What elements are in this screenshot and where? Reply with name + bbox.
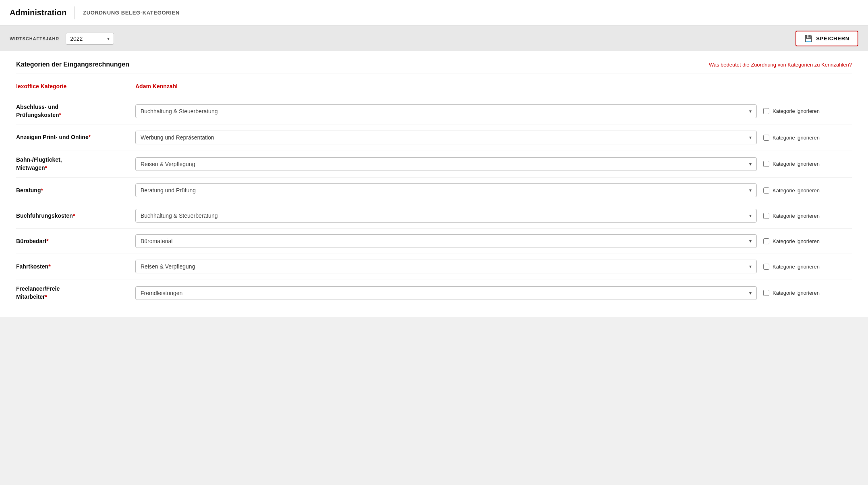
category-dropdown[interactable]: Buchhaltung & SteuerberatungWerbung und …	[141, 108, 746, 114]
category-dropdown-wrapper[interactable]: Buchhaltung & SteuerberatungWerbung und …	[135, 209, 757, 223]
column-headers: lexoffice Kategorie Adam Kennzahl	[16, 83, 852, 94]
year-select-wrapper[interactable]: 2022 2021 2020 2023 ▾	[66, 33, 114, 45]
category-name: Freelancer/FreieMitarbeiter*	[16, 285, 129, 301]
ignore-checkbox-wrapper: Kategorie ignorieren	[763, 161, 852, 167]
ignore-checkbox-wrapper: Kategorie ignorieren	[763, 238, 852, 244]
ignore-label: Kategorie ignorieren	[773, 238, 820, 244]
category-dropdown[interactable]: Buchhaltung & SteuerberatungWerbung und …	[141, 161, 746, 167]
save-button[interactable]: 💾 SPEICHERN	[795, 31, 858, 46]
chevron-down-icon: ▾	[749, 108, 752, 114]
col-header-empty	[763, 83, 852, 90]
ignore-label: Kategorie ignorieren	[773, 187, 820, 194]
category-name: Bahn-/Flugticket,Mietwagen*	[16, 156, 129, 172]
year-label: WIRTSCHAFTSJAHR	[10, 36, 59, 41]
ignore-label: Kategorie ignorieren	[773, 135, 820, 141]
ignore-label: Kategorie ignorieren	[773, 108, 820, 114]
chevron-down-icon: ▾	[749, 213, 752, 219]
table-row: Fahrtkosten*Buchhaltung & Steuerberatung…	[16, 254, 852, 279]
required-star: *	[59, 112, 61, 118]
table-row: Anzeigen Print- und Online*Buchhaltung &…	[16, 125, 852, 150]
section-help-link[interactable]: Was bedeutet die Zuordnung von Kategorie…	[709, 62, 852, 68]
category-dropdown[interactable]: Buchhaltung & SteuerberatungWerbung und …	[141, 212, 746, 219]
ignore-checkbox[interactable]	[763, 264, 769, 270]
ignore-checkbox-wrapper: Kategorie ignorieren	[763, 135, 852, 141]
year-select[interactable]: 2022 2021 2020 2023	[70, 35, 104, 42]
category-name: Fahrtkosten*	[16, 263, 129, 271]
ignore-checkbox[interactable]	[763, 187, 769, 194]
category-dropdown-wrapper[interactable]: Buchhaltung & SteuerberatungWerbung und …	[135, 234, 757, 248]
col-header-adam: Adam Kennzahl	[135, 83, 757, 90]
required-star: *	[73, 212, 75, 219]
ignore-checkbox[interactable]	[763, 238, 769, 244]
table-row: Beratung*Buchhaltung & SteuerberatungWer…	[16, 178, 852, 203]
required-star: *	[41, 187, 43, 194]
table-row: Abschluss- undPrüfungskosten*Buchhaltung…	[16, 98, 852, 125]
table-row: Buchführungskosten*Buchhaltung & Steuerb…	[16, 203, 852, 229]
category-name: Anzeigen Print- und Online*	[16, 133, 129, 142]
ignore-checkbox-wrapper: Kategorie ignorieren	[763, 108, 852, 114]
section-header: Kategorien der Eingangsrechnungen Was be…	[16, 61, 852, 73]
category-dropdown-wrapper[interactable]: Buchhaltung & SteuerberatungWerbung und …	[135, 260, 757, 273]
category-dropdown-wrapper[interactable]: Buchhaltung & SteuerberatungWerbung und …	[135, 131, 757, 144]
category-dropdown-wrapper[interactable]: Buchhaltung & SteuerberatungWerbung und …	[135, 157, 757, 171]
ignore-checkbox[interactable]	[763, 108, 769, 114]
category-dropdown[interactable]: Buchhaltung & SteuerberatungWerbung und …	[141, 290, 746, 296]
category-name: Abschluss- undPrüfungskosten*	[16, 103, 129, 119]
ignore-label: Kategorie ignorieren	[773, 264, 820, 270]
category-dropdown-wrapper[interactable]: Buchhaltung & SteuerberatungWerbung und …	[135, 104, 757, 118]
ignore-checkbox[interactable]	[763, 135, 769, 141]
category-dropdown[interactable]: Buchhaltung & SteuerberatungWerbung und …	[141, 263, 746, 270]
chevron-down-icon: ▾	[749, 135, 752, 140]
required-star: *	[46, 238, 48, 244]
page-subtitle: ZUORDNUNG BELEG-KATEGORIEN	[83, 10, 180, 16]
table-row: Freelancer/FreieMitarbeiter*Buchhaltung …	[16, 279, 852, 307]
header: Administration ZUORDNUNG BELEG-KATEGORIE…	[0, 0, 868, 26]
save-icon: 💾	[804, 35, 813, 42]
header-divider	[75, 6, 75, 19]
category-name: Beratung*	[16, 187, 129, 195]
chevron-down-icon: ▾	[749, 187, 752, 193]
ignore-label: Kategorie ignorieren	[773, 290, 820, 296]
categories-container: Abschluss- undPrüfungskosten*Buchhaltung…	[16, 98, 852, 307]
toolbar: WIRTSCHAFTSJAHR 2022 2021 2020 2023 ▾ 💾 …	[0, 26, 868, 51]
ignore-checkbox[interactable]	[763, 290, 769, 296]
category-dropdown-wrapper[interactable]: Buchhaltung & SteuerberatungWerbung und …	[135, 183, 757, 197]
required-star: *	[45, 293, 47, 300]
ignore-checkbox-wrapper: Kategorie ignorieren	[763, 290, 852, 296]
ignore-checkbox[interactable]	[763, 161, 769, 167]
ignore-checkbox-wrapper: Kategorie ignorieren	[763, 187, 852, 194]
ignore-checkbox-wrapper: Kategorie ignorieren	[763, 264, 852, 270]
category-name: Bürobedarf*	[16, 237, 129, 246]
col-header-lexoffice: lexoffice Kategorie	[16, 83, 129, 90]
table-row: Bahn-/Flugticket,Mietwagen*Buchhaltung &…	[16, 150, 852, 178]
main-content: Kategorien der Eingangsrechnungen Was be…	[0, 51, 868, 317]
chevron-down-icon: ▾	[749, 238, 752, 244]
category-name: Buchführungskosten*	[16, 212, 129, 220]
category-dropdown-wrapper[interactable]: Buchhaltung & SteuerberatungWerbung und …	[135, 286, 757, 300]
section-title: Kategorien der Eingangsrechnungen	[16, 61, 129, 68]
category-dropdown[interactable]: Buchhaltung & SteuerberatungWerbung und …	[141, 238, 746, 244]
ignore-checkbox[interactable]	[763, 213, 769, 219]
chevron-down-icon: ▾	[749, 264, 752, 269]
chevron-down-icon: ▾	[107, 36, 110, 42]
save-label: SPEICHERN	[816, 35, 849, 42]
required-star: *	[45, 164, 47, 171]
category-dropdown[interactable]: Buchhaltung & SteuerberatungWerbung und …	[141, 187, 746, 194]
required-star: *	[48, 263, 50, 270]
ignore-label: Kategorie ignorieren	[773, 161, 820, 167]
ignore-label: Kategorie ignorieren	[773, 213, 820, 219]
admin-title: Administration	[10, 8, 66, 17]
chevron-down-icon: ▾	[749, 161, 752, 167]
table-row: Bürobedarf*Buchhaltung & SteuerberatungW…	[16, 229, 852, 254]
ignore-checkbox-wrapper: Kategorie ignorieren	[763, 213, 852, 219]
category-dropdown[interactable]: Buchhaltung & SteuerberatungWerbung und …	[141, 134, 746, 141]
required-star: *	[89, 134, 91, 140]
chevron-down-icon: ▾	[749, 290, 752, 296]
